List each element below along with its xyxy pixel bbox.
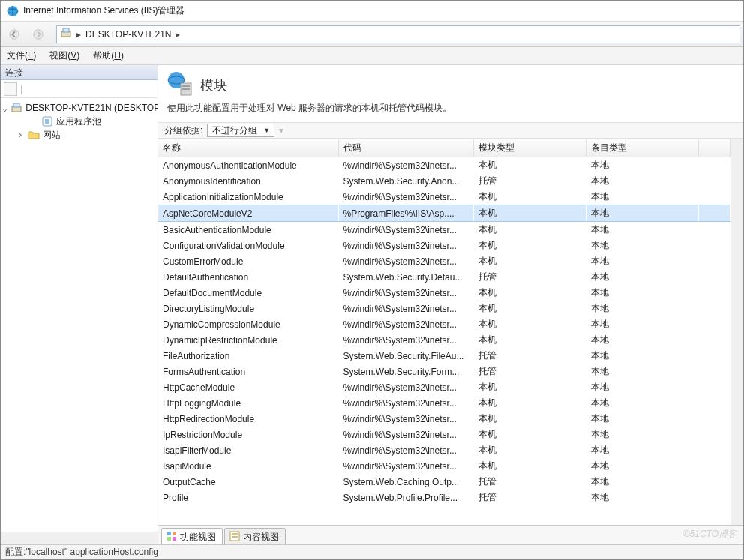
connections-tool-button[interactable] bbox=[4, 82, 17, 96]
table-row[interactable]: HttpLoggingModule%windir%\System32\inets… bbox=[158, 395, 730, 411]
cell-name: AnonymousIdentification bbox=[158, 173, 338, 189]
breadcrumb[interactable]: ▸ DESKTOP-KVTE21N ▸ bbox=[56, 25, 740, 43]
cell-entry: 本地 bbox=[586, 442, 698, 458]
table-row[interactable]: FormsAuthenticationSystem.Web.Security.F… bbox=[158, 364, 730, 379]
svg-rect-17 bbox=[167, 537, 171, 541]
connections-tree[interactable]: ⌄ DESKTOP-KVTE21N (DESKTOP-KVTE21N\...) … bbox=[1, 98, 158, 532]
menu-view[interactable]: 视图(V) bbox=[50, 49, 80, 62]
group-by-label: 分组依据: bbox=[164, 124, 202, 137]
table-row[interactable]: DirectoryListingModule%windir%\System32\… bbox=[158, 301, 730, 316]
col-name[interactable]: 名称 bbox=[158, 139, 338, 157]
col-entry-type[interactable]: 条目类型 bbox=[586, 139, 698, 157]
menu-help[interactable]: 帮助(H) bbox=[93, 49, 124, 62]
svg-rect-18 bbox=[172, 537, 176, 541]
cell-code: %ProgramFiles%\IIS\Asp.... bbox=[338, 205, 473, 222]
grid-header-row[interactable]: 名称 代码 模块类型 条目类型 bbox=[158, 139, 730, 157]
grid-vscrollbar[interactable] bbox=[730, 139, 743, 525]
group-by-select[interactable]: 不进行分组 ▼ bbox=[207, 124, 274, 137]
cell-code: System.Web.Security.Form... bbox=[338, 364, 473, 379]
cell-name: AspNetCoreModuleV2 bbox=[158, 205, 338, 222]
svg-rect-14 bbox=[182, 88, 190, 90]
col-code[interactable]: 代码 bbox=[338, 139, 473, 157]
breadcrumb-root[interactable]: DESKTOP-KVTE21N bbox=[86, 29, 171, 40]
cell-entry: 本地 bbox=[586, 458, 698, 474]
table-row[interactable]: ApplicationInitializationModule%windir%\… bbox=[158, 189, 730, 205]
cell-name: OutputCache bbox=[158, 474, 338, 490]
modules-feature-icon bbox=[167, 71, 193, 99]
cell-code: System.Web.Profile.Profile... bbox=[338, 490, 473, 505]
table-row[interactable]: FileAuthorizationSystem.Web.Security.Fil… bbox=[158, 348, 730, 364]
cell-name: HttpLoggingModule bbox=[158, 395, 338, 411]
table-row[interactable]: BasicAuthenticationModule%windir%\System… bbox=[158, 222, 730, 238]
cell-type: 托管 bbox=[473, 474, 586, 490]
tree-node-app-pools[interactable]: 应用程序池 bbox=[2, 115, 156, 128]
cell-entry: 本地 bbox=[586, 285, 698, 301]
tree-node-sites[interactable]: › 网站 bbox=[2, 128, 156, 142]
svg-rect-5 bbox=[63, 28, 69, 32]
table-row[interactable]: DynamicCompressionModule%windir%\System3… bbox=[158, 316, 730, 332]
nav-forward-button[interactable] bbox=[28, 25, 49, 44]
cell-type: 本机 bbox=[473, 395, 586, 411]
cell-code: %windir%\System32\inetsr... bbox=[338, 395, 473, 411]
cell-entry: 本地 bbox=[586, 238, 698, 253]
chevron-down-icon: ▼ bbox=[263, 127, 270, 134]
table-row[interactable]: DefaultDocumentModule%windir%\System32\i… bbox=[158, 285, 730, 301]
cell-code: %windir%\System32\inetsr... bbox=[338, 442, 473, 458]
svg-rect-13 bbox=[182, 85, 190, 87]
cell-name: DefaultDocumentModule bbox=[158, 285, 338, 301]
table-row[interactable]: IsapiFilterModule%windir%\System32\inets… bbox=[158, 442, 730, 458]
nav-back-button[interactable] bbox=[4, 25, 25, 44]
table-row[interactable]: AnonymousAuthenticationModule%windir%\Sy… bbox=[158, 157, 730, 174]
sidebar-hscrollbar[interactable] bbox=[1, 532, 158, 544]
cell-name: AnonymousAuthenticationModule bbox=[158, 157, 338, 174]
cell-name: IpRestrictionModule bbox=[158, 427, 338, 442]
cell-entry: 本地 bbox=[586, 395, 698, 411]
cell-entry: 本地 bbox=[586, 316, 698, 332]
collapse-icon[interactable]: ⌄ bbox=[2, 103, 8, 113]
table-row[interactable]: IsapiModule%windir%\System32\inetsr...本机… bbox=[158, 458, 730, 474]
cell-code: %windir%\System32\inetsr... bbox=[338, 458, 473, 474]
cell-code: %windir%\System32\inetsr... bbox=[338, 427, 473, 442]
cell-name: Profile bbox=[158, 490, 338, 505]
tree-node-server[interactable]: ⌄ DESKTOP-KVTE21N (DESKTOP-KVTE21N\...) bbox=[2, 101, 156, 115]
folder-icon bbox=[28, 129, 40, 141]
table-row[interactable]: ProfileSystem.Web.Profile.Profile...托管本地 bbox=[158, 490, 730, 505]
cell-entry: 本地 bbox=[586, 222, 698, 238]
table-row[interactable]: HttpCacheModule%windir%\System32\inetsr.… bbox=[158, 379, 730, 395]
cell-entry: 本地 bbox=[586, 411, 698, 427]
cell-type: 托管 bbox=[473, 490, 586, 505]
tab-content-view[interactable]: 内容视图 bbox=[224, 528, 286, 544]
titlebar: Internet Information Services (IIS)管理器 bbox=[1, 1, 743, 22]
app-pool-icon bbox=[41, 115, 53, 127]
table-row[interactable]: DefaultAuthenticationSystem.Web.Security… bbox=[158, 269, 730, 285]
expand-icon[interactable]: › bbox=[16, 130, 25, 140]
modules-grid[interactable]: 名称 代码 模块类型 条目类型 AnonymousAuthenticationM… bbox=[158, 139, 730, 525]
svg-rect-21 bbox=[232, 536, 238, 538]
cell-code: System.Web.Security.FileAu... bbox=[338, 348, 473, 364]
tree-node-label: DESKTOP-KVTE21N (DESKTOP-KVTE21N\...) bbox=[26, 103, 158, 113]
svg-rect-7 bbox=[14, 103, 20, 107]
menu-file[interactable]: 文件(F) bbox=[7, 49, 36, 62]
table-row[interactable]: AnonymousIdentificationSystem.Web.Securi… bbox=[158, 173, 730, 189]
tab-features-view[interactable]: 功能视图 bbox=[161, 528, 223, 544]
table-row[interactable]: DynamicIpRestrictionModule%windir%\Syste… bbox=[158, 332, 730, 348]
tab-label: 功能视图 bbox=[180, 531, 216, 544]
table-row[interactable]: CustomErrorModule%windir%\System32\inets… bbox=[158, 253, 730, 269]
svg-rect-20 bbox=[232, 533, 238, 535]
cell-entry: 本地 bbox=[586, 379, 698, 395]
table-row[interactable]: HttpRedirectionModule%windir%\System32\i… bbox=[158, 411, 730, 427]
connections-panel: 连接 | ⌄ DESKTOP-KVTE21N (DESKTOP-KVTE21N\… bbox=[1, 65, 158, 544]
cell-name: HttpRedirectionModule bbox=[158, 411, 338, 427]
tab-label: 内容视图 bbox=[243, 531, 279, 544]
cell-type: 本机 bbox=[473, 222, 586, 238]
col-module-type[interactable]: 模块类型 bbox=[473, 139, 586, 157]
table-row[interactable]: ConfigurationValidationModule%windir%\Sy… bbox=[158, 238, 730, 253]
table-row[interactable]: IpRestrictionModule%windir%\System32\ine… bbox=[158, 427, 730, 442]
table-row[interactable]: OutputCacheSystem.Web.Caching.Outp...托管本… bbox=[158, 474, 730, 490]
cell-type: 托管 bbox=[473, 269, 586, 285]
cell-code: %windir%\System32\inetsr... bbox=[338, 157, 473, 174]
table-row[interactable]: AspNetCoreModuleV2%ProgramFiles%\IIS\Asp… bbox=[158, 205, 730, 222]
cell-type: 本机 bbox=[473, 442, 586, 458]
cell-entry: 本地 bbox=[586, 348, 698, 364]
cell-name: HttpCacheModule bbox=[158, 379, 338, 395]
